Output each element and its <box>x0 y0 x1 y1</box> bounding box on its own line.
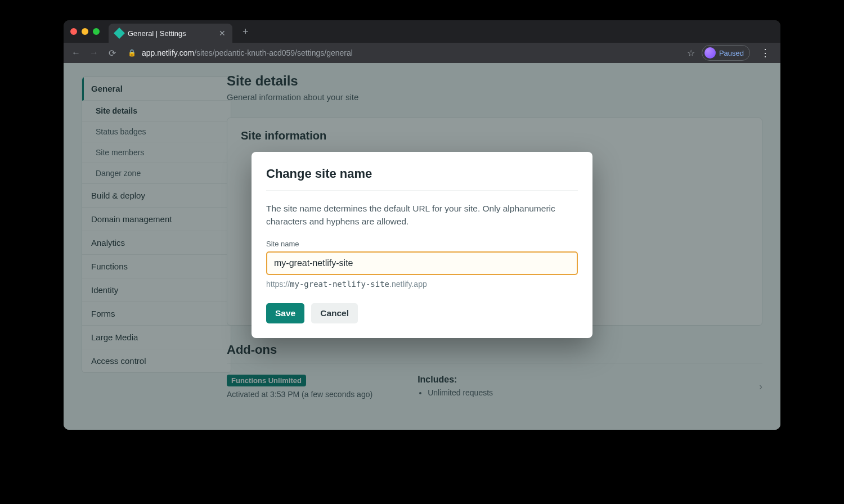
address-bar: ← → ⟳ 🔒 app.netlify.com/sites/pedantic-k… <box>64 43 780 63</box>
site-name-label: Site name <box>266 240 578 248</box>
avatar-icon <box>704 47 716 58</box>
reload-icon[interactable]: ⟳ <box>106 48 118 58</box>
minimize-window-icon[interactable] <box>82 28 88 35</box>
window-controls <box>70 28 100 35</box>
viewport: General Site details Status badges Site … <box>64 63 780 430</box>
new-tab-button[interactable]: + <box>238 24 253 40</box>
browser-tab[interactable]: General | Settings ✕ <box>109 24 232 43</box>
modal-description: The site name determines the default URL… <box>266 202 578 228</box>
url-slug: my-great-netlify-site <box>290 280 389 289</box>
tab-bar: General | Settings ✕ + <box>64 20 780 43</box>
browser-window: General | Settings ✕ + ← → ⟳ 🔒 app.netli… <box>64 20 780 430</box>
close-tab-icon[interactable]: ✕ <box>219 29 226 38</box>
url-suffix: .netlify.app <box>389 280 427 289</box>
back-icon[interactable]: ← <box>70 48 82 58</box>
modal-title: Change site name <box>266 166 578 191</box>
maximize-window-icon[interactable] <box>93 28 100 35</box>
url-prefix: https:// <box>266 280 290 289</box>
site-url-preview: https://my-great-netlify-site.netlify.ap… <box>266 280 578 289</box>
site-name-input[interactable] <box>266 251 578 275</box>
close-window-icon[interactable] <box>70 28 77 35</box>
save-button[interactable]: Save <box>266 303 304 323</box>
netlify-favicon-icon <box>114 28 125 39</box>
bookmark-icon[interactable]: ☆ <box>687 48 695 58</box>
forward-icon[interactable]: → <box>88 48 100 58</box>
change-site-name-modal: Change site name The site name determine… <box>252 152 592 338</box>
url-host: app.netlify.com <box>142 48 194 57</box>
profile-paused-chip[interactable]: Paused <box>702 45 750 61</box>
browser-menu-icon[interactable]: ⋮ <box>757 47 774 59</box>
url-field[interactable]: 🔒 app.netlify.com/sites/pedantic-knuth-a… <box>124 48 680 57</box>
modal-overlay[interactable]: Change site name The site name determine… <box>64 63 780 430</box>
paused-label: Paused <box>719 49 744 57</box>
cancel-button[interactable]: Cancel <box>311 303 358 323</box>
url-path: /sites/pedantic-knuth-acd059/settings/ge… <box>194 48 353 57</box>
modal-actions: Save Cancel <box>266 303 578 323</box>
tab-title: General | Settings <box>128 29 186 38</box>
lock-icon: 🔒 <box>128 49 136 57</box>
